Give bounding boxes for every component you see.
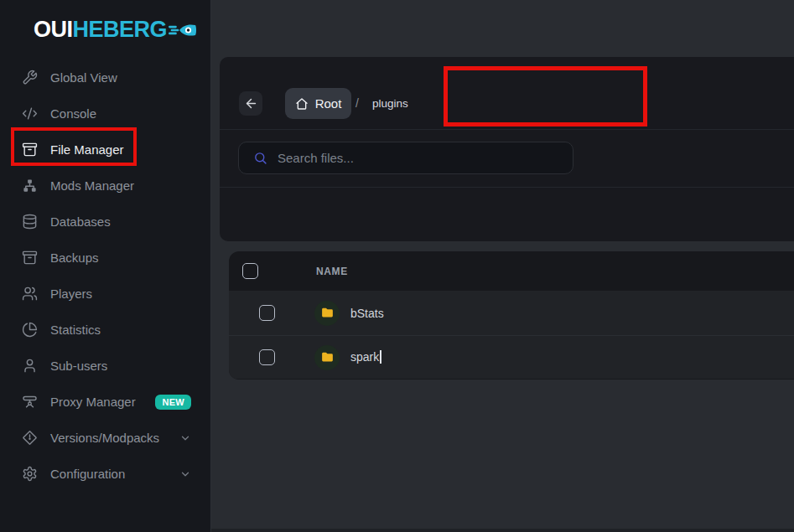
- home-icon: [295, 97, 309, 111]
- sidebar: OUIHEBERG Global View Consol: [0, 0, 211, 532]
- users-icon: [22, 286, 38, 302]
- sidebar-item-label: Players: [50, 287, 92, 301]
- sidebar-item-mods-manager[interactable]: Mods Manager: [0, 168, 211, 204]
- text-caret: [380, 350, 381, 364]
- sidebar-item-label: Sub-users: [50, 359, 107, 373]
- table-row[interactable]: spark: [229, 335, 794, 379]
- archive-icon: [22, 142, 38, 158]
- pie-chart-icon: [22, 322, 38, 338]
- proxy-icon: [22, 394, 38, 410]
- sidebar-item-backups[interactable]: Backups: [0, 240, 211, 276]
- sidebar-nav: Global View Console File Manager Mods Ma…: [0, 59, 211, 492]
- sidebar-item-players[interactable]: Players: [0, 276, 211, 312]
- file-table-header: NAME: [229, 251, 794, 291]
- sidebar-item-databases[interactable]: Databases: [0, 204, 211, 240]
- main-content: Root / plugins NAME bStats: [211, 0, 794, 532]
- file-name: spark: [350, 350, 381, 364]
- search-icon: [253, 151, 267, 165]
- chevron-down-icon: [179, 468, 191, 480]
- sidebar-item-label: Backups: [50, 251, 99, 265]
- sidebar-item-sub-users[interactable]: Sub-users: [0, 348, 211, 384]
- sidebar-item-label: Proxy Manager: [50, 395, 136, 409]
- file-name: bStats: [350, 307, 384, 320]
- sidebar-item-label: Mods Manager: [50, 178, 134, 193]
- folder-icon: [314, 301, 340, 326]
- user-icon: [22, 358, 38, 374]
- database-icon: [22, 214, 38, 230]
- gear-icon: [22, 466, 38, 482]
- sidebar-item-versions-modpacks[interactable]: Versions/Modpacks: [0, 420, 211, 456]
- sidebar-item-console[interactable]: Console: [0, 96, 211, 132]
- sidebar-item-label: Databases: [50, 214, 111, 229]
- back-button[interactable]: [239, 91, 262, 116]
- archive-icon: [22, 250, 38, 266]
- arrow-left-icon: [244, 96, 258, 111]
- sidebar-item-proxy-manager[interactable]: Proxy Manager NEW: [0, 384, 211, 420]
- logo-text-right: HEBERG: [73, 17, 168, 42]
- file-manager-toolbar-panel: Root / plugins: [220, 57, 794, 241]
- modules-icon: [22, 178, 38, 194]
- versions-icon: [22, 430, 38, 446]
- bottom-edge-strip: [211, 529, 794, 532]
- breadcrumb-separator: /: [355, 96, 359, 110]
- sidebar-item-label: Versions/Modpacks: [50, 431, 159, 445]
- sidebar-item-label: Configuration: [50, 467, 125, 481]
- name-column-header: NAME: [316, 266, 348, 277]
- app-logo[interactable]: OUIHEBERG: [34, 18, 197, 41]
- search-input[interactable]: [278, 151, 564, 165]
- sidebar-item-label: Statistics: [50, 323, 101, 337]
- sidebar-item-label: File Manager: [50, 142, 124, 157]
- code-icon: [22, 106, 38, 121]
- row-checkbox[interactable]: [259, 305, 275, 321]
- sidebar-item-global-view[interactable]: Global View: [0, 59, 211, 96]
- sidebar-item-file-manager[interactable]: File Manager: [0, 132, 211, 168]
- sidebar-item-label: Global View: [50, 70, 117, 85]
- file-table: NAME bStats spark: [229, 251, 794, 380]
- divider: [220, 187, 794, 188]
- breadcrumb-root-button[interactable]: Root: [285, 88, 351, 119]
- wrench-icon: [22, 70, 38, 85]
- folder-icon: [314, 345, 340, 370]
- sidebar-item-statistics[interactable]: Statistics: [0, 312, 211, 348]
- row-checkbox[interactable]: [259, 349, 275, 365]
- chevron-down-icon: [179, 432, 191, 444]
- rocket-icon: [169, 20, 197, 40]
- sidebar-item-label: Console: [50, 106, 96, 121]
- sidebar-item-configuration[interactable]: Configuration: [0, 456, 211, 492]
- breadcrumb-current-folder[interactable]: plugins: [372, 97, 408, 110]
- search-box: [238, 142, 573, 174]
- select-all-checkbox[interactable]: [242, 263, 258, 279]
- logo-text-left: OUI: [34, 17, 73, 42]
- divider: [220, 129, 794, 130]
- new-badge: NEW: [155, 395, 191, 410]
- breadcrumb-root-label: Root: [315, 96, 342, 111]
- table-row[interactable]: bStats: [229, 291, 794, 335]
